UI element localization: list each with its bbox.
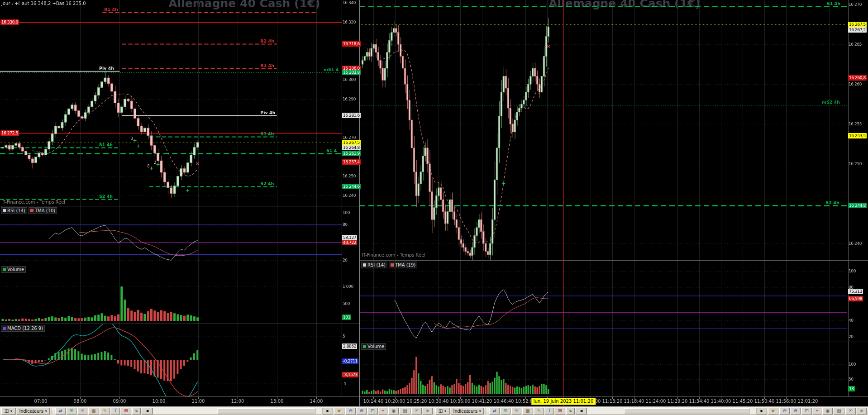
volume-scale-label: 500	[343, 301, 350, 306]
chevron-down-icon: ▼	[10, 410, 13, 413]
volume-scale-label: 50	[849, 377, 854, 382]
price-axis-badge: 16 264,8	[342, 145, 361, 150]
time-axis-label: 11:40:00	[711, 399, 731, 404]
zoom-out-button[interactable]: ⊖	[345, 408, 355, 415]
rsi-legend-right: RSI (14)TMA (19)	[361, 262, 417, 268]
collapse-button-left[interactable]: «	[132, 408, 141, 415]
legend-chip: MACD (12 26 9)	[1, 325, 45, 332]
web-export-button[interactable]: ☉	[845, 408, 856, 415]
trade-marker: +	[186, 188, 190, 193]
scroll-left-arrow[interactable]: ◄	[142, 408, 153, 415]
indicators-button-left[interactable]: Indicateurs▼	[17, 408, 50, 415]
text-note-button[interactable]: T	[111, 408, 120, 415]
erase-icon: ⊠	[558, 409, 562, 413]
price-axis-badge: 16 318,6	[342, 41, 361, 47]
toolbar-right-half: ◫▼ Indicateurs▼ ⇄⊞≣▦✎T⊠ « ◄ ► ☛⊖⊕⊡+◉▤☉∗	[434, 407, 868, 415]
legend-color-swatch	[363, 263, 366, 267]
settings-icon: ∗	[426, 409, 429, 413]
price-axis-label: 16 340	[343, 0, 356, 5]
calendar-button[interactable]: ▦	[522, 408, 533, 415]
legend-chip: RSI (14)	[1, 207, 27, 214]
draw-icon: ✎	[537, 409, 541, 413]
settings-button[interactable]: ∗	[857, 408, 867, 415]
zoom-in-icon: ⊕	[360, 409, 363, 413]
legend-color-swatch	[30, 209, 33, 212]
pan-hand-button[interactable]: ☛	[768, 408, 778, 415]
snapshot-button[interactable]: ◉	[388, 408, 399, 415]
time-axis-label: 11:24:00	[646, 399, 666, 404]
pan-hand-icon: ☛	[337, 409, 341, 413]
price-axis-badge: 16 260,8	[848, 75, 867, 81]
chart-style-button[interactable]: ◫▼	[435, 408, 450, 415]
zoom-in-button[interactable]: ⊕	[791, 408, 801, 415]
trade-marker: +	[501, 181, 506, 186]
legend-chip: Volume	[1, 266, 26, 273]
charts-canvas[interactable]	[0, 0, 868, 406]
draw-button[interactable]: ✎	[534, 408, 544, 415]
level-label-ms2-4h: mS2 4h	[822, 100, 840, 105]
scrollbar-thumb[interactable]	[624, 408, 749, 414]
scroll-left-arrow[interactable]: ◄	[576, 408, 587, 415]
time-axis-label: 13:00	[271, 399, 284, 404]
erase-button[interactable]: ⊠	[555, 408, 565, 415]
zoom-out-button[interactable]: ⊖	[779, 408, 789, 415]
scrollbar-track[interactable]	[587, 408, 756, 415]
trade-marker-label: 8	[148, 164, 150, 168]
time-axis-label: 11:13:20	[602, 399, 623, 404]
scroll-right-arrow[interactable]: ►	[757, 408, 768, 415]
new-chart-window-button[interactable]: ⊞	[501, 408, 510, 415]
zoom-select-icon: ⊡	[371, 409, 374, 413]
alert-price-label: 16 272,5	[0, 130, 19, 136]
pan-hand-button[interactable]: ☛	[334, 408, 344, 415]
watchlist-button[interactable]: ≣	[77, 408, 87, 415]
chart-style-button[interactable]: ◫▼	[1, 408, 16, 415]
zoom-select-button[interactable]: ⊡	[801, 408, 811, 415]
time-axis-label: 10:25:20	[407, 399, 427, 404]
indicators-button-right[interactable]: Indicateurs▼	[451, 408, 484, 415]
time-scrollbar-left[interactable]: ◄ ►	[142, 408, 333, 415]
watchlist-icon: ≣	[515, 409, 518, 413]
zoom-in-button[interactable]: ⊕	[357, 408, 367, 415]
print-button[interactable]: ▤	[834, 408, 844, 415]
toolbar-iconset-a-left: ⇄⊞≣▦✎T⊠	[55, 408, 131, 415]
compare-button[interactable]: ⇄	[55, 408, 65, 415]
print-icon: ▤	[837, 409, 841, 413]
crosshair-button[interactable]: +	[379, 408, 388, 415]
toolbar-separator	[486, 408, 487, 414]
web-export-button[interactable]: ☉	[411, 408, 422, 415]
scroll-right-arrow[interactable]: ►	[323, 408, 334, 415]
price-axis-label: 16 240	[849, 241, 862, 246]
settings-button[interactable]: ∗	[423, 408, 433, 415]
crosshair-button[interactable]: +	[813, 408, 822, 415]
draw-button[interactable]: ✎	[100, 408, 110, 415]
trade-marker: +	[133, 138, 137, 143]
print-button[interactable]: ▤	[400, 408, 410, 415]
calendar-button[interactable]: ▦	[88, 408, 99, 415]
scrollbar-track[interactable]	[153, 408, 322, 415]
web-export-icon: ☉	[415, 409, 419, 413]
snapshot-button[interactable]: ◉	[822, 408, 833, 415]
trade-marker: +	[156, 162, 160, 167]
level-label-s1-4h: S1 4h	[260, 132, 274, 136]
new-chart-window-button[interactable]: ⊞	[67, 408, 76, 415]
text-note-icon: T	[114, 409, 117, 413]
price-axis-label: 16 265	[849, 42, 862, 47]
level-label-r1-4h-early: R1 4h	[104, 7, 118, 12]
scrollbar-thumb[interactable]	[217, 408, 315, 414]
watchlist-button[interactable]: ≣	[511, 408, 521, 415]
erase-button[interactable]: ⊠	[121, 408, 131, 415]
price-axis-badge: 16 303,8	[342, 70, 361, 75]
level-label-s2-4h: S2 4h	[826, 200, 839, 205]
price-axis-badge: 16 253,5	[848, 133, 867, 138]
time-scrollbar-right[interactable]: ◄ ►	[576, 408, 767, 415]
zoom-in-icon: ⊕	[794, 409, 797, 413]
zoom-select-button[interactable]: ⊡	[367, 408, 377, 415]
collapse-button-right[interactable]: «	[566, 408, 575, 415]
time-axis-label: 10:14:40	[363, 399, 384, 404]
compare-button[interactable]: ⇄	[489, 408, 499, 415]
day-high-low-label: Jour : +Haut 16 348,2 +Bas 16 235,0	[1, 1, 86, 6]
text-note-icon: T	[548, 409, 551, 413]
erase-icon: ⊠	[124, 409, 128, 413]
text-note-button[interactable]: T	[545, 408, 554, 415]
price-axis-label: 16 300	[343, 77, 356, 82]
